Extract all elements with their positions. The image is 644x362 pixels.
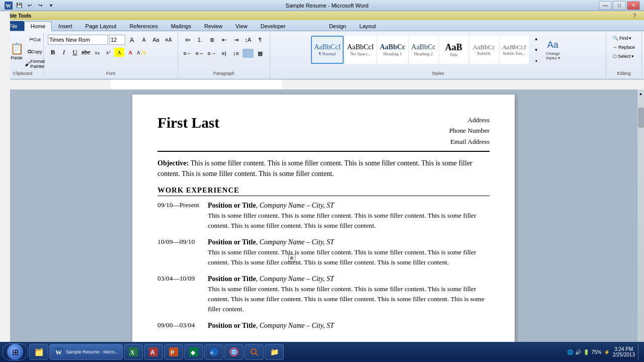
bullets-btn[interactable]: ≡• [182, 34, 193, 45]
underline-btn[interactable]: U [70, 48, 80, 57]
svg-point-20 [251, 349, 256, 354]
style-no-spacing-btn[interactable]: AaBbCcI No Spaci... [345, 36, 376, 64]
find-btn[interactable]: 🔍 Find▾ [610, 34, 637, 42]
style-heading1-btn[interactable]: AaBbCc Heading 1 [377, 36, 408, 64]
undo-quick-btn[interactable]: ↩ [25, 1, 34, 10]
work-details-3: Position or Title, Company Name – City, … [208, 275, 490, 314]
start-button[interactable]: ⊞ [2, 343, 28, 360]
multilevel-btn[interactable]: ≣ [206, 34, 217, 45]
style-subtle-em-btn[interactable]: AaBbCcI Subtle Em... [500, 36, 529, 64]
styles-scroll-up[interactable]: ▲ [531, 33, 542, 44]
font-color-btn[interactable]: A [125, 48, 135, 57]
taskbar-excel-btn[interactable]: X [124, 344, 143, 360]
tab-review[interactable]: Review [198, 21, 229, 31]
italic-btn[interactable]: I [59, 48, 69, 57]
redo-quick-btn[interactable]: ↪ [36, 1, 45, 10]
tab-mailings[interactable]: Mailings [165, 21, 198, 31]
taskbar-explorer-btn[interactable]: 🗂️ [29, 344, 48, 360]
taskbar-search-btn[interactable] [245, 344, 264, 360]
taskbar-access-btn[interactable]: A [144, 344, 163, 360]
save-quick-btn[interactable]: 💾 [15, 1, 24, 10]
bold-btn[interactable]: B [48, 48, 58, 57]
justify-btn[interactable]: ≡| [218, 48, 229, 59]
tab-layout[interactable]: Layout [353, 21, 382, 31]
paragraph-group: ≡• 1. ≣ ⇤ ⇥ ↕A ¶ ≡← ≡↔ ≡→ ≡| ↕≡ ▦ Paragr… [178, 32, 270, 78]
clear-format-btn[interactable]: ✕A [163, 34, 174, 45]
decrease-indent-btn[interactable]: ⇤ [218, 34, 229, 45]
vertical-scrollbar[interactable]: ▲ ▼ [637, 89, 644, 360]
clock-display[interactable]: 3:24 PM 2/25/2013 [613, 346, 635, 357]
font-size-input[interactable] [109, 35, 125, 45]
close-btn[interactable]: ✕ [627, 1, 640, 10]
align-center-btn[interactable]: ≡↔ [194, 48, 205, 59]
superscript-btn[interactable]: x² [103, 48, 113, 57]
format-painter-button[interactable]: 🖌 Format Painter [29, 58, 40, 69]
replace-btn[interactable]: ↔ Replace [610, 43, 637, 51]
style-title-btn[interactable]: AaB Title [439, 36, 468, 64]
taskbar-pub-btn[interactable]: ◆ [184, 344, 203, 360]
volume-icon: 🔊 [575, 349, 581, 355]
tab-view[interactable]: View [229, 21, 254, 31]
subscript-btn[interactable]: x₂ [92, 48, 102, 57]
style-heading2-btn[interactable]: AaBbCc Heading 2 [409, 36, 438, 64]
styles-more[interactable]: ▾ [531, 55, 542, 66]
font-name-input[interactable] [48, 35, 108, 45]
work-experience-heading: WORK EXPERIENCE [157, 186, 490, 196]
text-effects-btn[interactable]: A✨ [136, 48, 146, 57]
line-spacing-btn[interactable]: ↕≡ [230, 48, 242, 59]
show-desktop-btn[interactable] [638, 343, 642, 360]
sort-btn[interactable]: ↕A [243, 34, 254, 45]
taskbar-word-btn[interactable]: W Sample Resume - Micro... [49, 344, 123, 360]
taskbar-app3-btn[interactable]: P [164, 344, 183, 360]
borders-btn[interactable]: ▦ [255, 48, 266, 59]
customize-quick-btn[interactable]: ▾ [46, 1, 55, 10]
work-title-4: Position or Title [208, 322, 256, 329]
svg-text:e: e [210, 349, 213, 355]
work-desc-2: This is some filler content. This is som… [208, 247, 490, 267]
taskbar-chrome-btn[interactable] [224, 344, 244, 360]
scroll-thumb[interactable] [638, 108, 644, 128]
styles-scroll-down[interactable]: ▼ [531, 44, 542, 55]
work-desc-3: This is some filler content. This is som… [208, 284, 490, 314]
tab-page-layout[interactable]: Page Layout [79, 21, 123, 31]
minimize-btn[interactable]: — [599, 1, 612, 10]
table-move-handle[interactable]: ⊕ [288, 254, 295, 261]
tab-references[interactable]: References [123, 21, 164, 31]
work-company-1: , Company Name – City, ST [256, 202, 334, 209]
taskbar-files-btn[interactable]: 📁 [265, 344, 284, 360]
show-para-btn[interactable]: ¶ [255, 34, 266, 45]
highlight-btn[interactable]: A [114, 48, 124, 57]
work-date-1: 09/10—Present [157, 201, 208, 231]
change-styles-btn[interactable]: Aa ChangeStyles ▾ [541, 36, 565, 64]
copy-button[interactable]: ⧉ Copy [29, 46, 40, 57]
strikethrough-btn[interactable]: abc [81, 48, 91, 57]
grow-font-btn[interactable]: A [126, 34, 137, 45]
shading-btn[interactable] [243, 49, 254, 58]
style-subtitle-btn[interactable]: AaBbCc Subtitle [469, 36, 499, 64]
battery-percent: 75% [591, 349, 601, 355]
change-case-btn[interactable]: Aa [150, 34, 162, 45]
align-left-btn[interactable]: ≡← [182, 48, 193, 59]
tab-design[interactable]: Design [323, 21, 353, 31]
tab-developer[interactable]: Developer [254, 21, 292, 31]
work-date-3: 03/04—10/09 [157, 275, 208, 314]
font-group: A A Aa ✕A B I U abc x₂ x² A A A✨ Font [44, 32, 178, 78]
cut-button[interactable]: ✂ Cut [29, 34, 40, 45]
svg-text:P: P [171, 349, 174, 355]
pub-icon: ◆ [189, 347, 199, 357]
shrink-font-btn[interactable]: A [138, 34, 149, 45]
scroll-up-btn[interactable]: ▲ [637, 89, 645, 98]
help-btn[interactable]: ? [629, 13, 640, 19]
taskbar-ie-btn[interactable]: e [204, 344, 223, 360]
style-normal-btn[interactable]: AaBbCcI ¶ Normal [311, 36, 344, 64]
increase-indent-btn[interactable]: ⇥ [230, 34, 242, 45]
svg-text:W: W [55, 348, 62, 356]
numbering-btn[interactable]: 1. [194, 34, 205, 45]
select-btn[interactable]: ⬡ Select▾ [610, 52, 637, 60]
resume-contact: Address Phone Number Email Address [449, 115, 490, 147]
tab-home[interactable]: Home [24, 21, 52, 31]
document[interactable]: ⊕ First Last Address Phone Number Email … [132, 95, 515, 360]
align-right-btn[interactable]: ≡→ [206, 48, 217, 59]
maximize-btn[interactable]: □ [613, 1, 626, 10]
tab-insert[interactable]: Insert [52, 21, 79, 31]
